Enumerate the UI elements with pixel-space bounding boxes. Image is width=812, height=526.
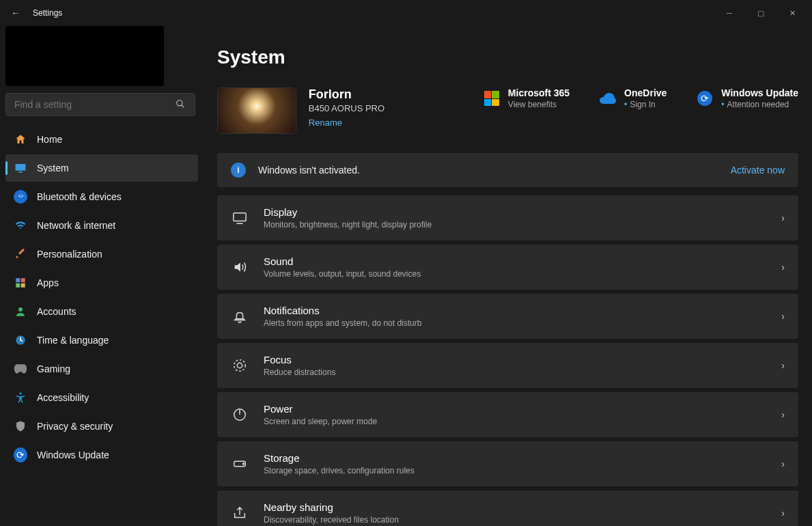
wifi-icon: [14, 219, 27, 232]
row-notifications[interactable]: Notifications Alerts from apps and syste…: [217, 294, 798, 339]
microsoft365-icon: [484, 90, 500, 107]
nav-label: Privacy & security: [37, 421, 113, 432]
sound-icon: [231, 258, 249, 276]
row-nearby-sharing[interactable]: Nearby sharing Discoverability, received…: [217, 490, 798, 526]
row-display[interactable]: Display Monitors, brightness, night ligh…: [217, 195, 798, 240]
tile-microsoft365[interactable]: Microsoft 365 View benefits: [484, 87, 570, 109]
chevron-right-icon: ›: [781, 311, 785, 322]
power-icon: [231, 406, 249, 424]
pc-name: Forlorn: [309, 87, 459, 102]
info-icon: i: [231, 163, 246, 178]
share-icon: [231, 504, 249, 522]
monitor-icon: [14, 161, 27, 175]
titlebar: ← Settings ─ ▢ ✕: [0, 0, 812, 26]
svg-rect-6: [16, 283, 20, 288]
person-icon: [14, 305, 27, 318]
minimize-button[interactable]: ─: [714, 2, 745, 24]
svg-rect-11: [234, 213, 246, 221]
search-input[interactable]: [6, 99, 166, 110]
close-button[interactable]: ✕: [776, 2, 808, 24]
chevron-right-icon: ›: [781, 212, 785, 223]
home-icon: [14, 133, 27, 146]
svg-point-13: [237, 363, 242, 368]
onedrive-icon: [600, 90, 616, 107]
tile-sub: •Sign In: [624, 100, 667, 109]
sidebar: Home System ⌔ Bluetooth & devices Networ…: [0, 26, 204, 526]
row-title: Nearby sharing: [264, 501, 774, 513]
display-icon: [231, 209, 249, 227]
nav-system[interactable]: System: [5, 154, 198, 182]
nav-privacy[interactable]: Privacy & security: [5, 413, 198, 440]
banner-text: Windows isn't activated.: [258, 165, 731, 176]
nav-apps[interactable]: Apps: [5, 269, 198, 296]
apps-icon: [14, 276, 27, 290]
chevron-right-icon: ›: [781, 360, 785, 371]
nav-label: Bluetooth & devices: [37, 191, 122, 202]
maximize-button[interactable]: ▢: [745, 2, 776, 24]
row-title: Notifications: [264, 305, 774, 316]
svg-line-1: [182, 105, 184, 107]
focus-icon: [231, 357, 249, 374]
window-title: Settings: [33, 8, 62, 18]
svg-point-10: [20, 393, 22, 395]
desktop-preview-thumbnail[interactable]: [217, 87, 296, 134]
main-content: System Forlorn B450 AORUS PRO Rename Mic…: [204, 26, 812, 526]
brush-icon: [14, 247, 27, 261]
nav-label: Personalization: [37, 249, 102, 260]
nav-label: Accessibility: [37, 392, 89, 403]
chevron-right-icon: ›: [781, 458, 785, 469]
search-icon[interactable]: [166, 99, 195, 111]
tile-title: Windows Update: [721, 87, 798, 98]
chevron-right-icon: ›: [781, 508, 785, 518]
tile-windows-update[interactable]: ⟳ Windows Update •Attention needed: [697, 87, 798, 109]
svg-rect-5: [21, 278, 25, 282]
nav-home[interactable]: Home: [5, 126, 198, 153]
nav-windows-update[interactable]: ⟳ Windows Update: [5, 441, 198, 469]
nav-time[interactable]: Time & language: [5, 327, 198, 354]
row-sub: Reduce distractions: [264, 368, 774, 377]
sync-icon: ⟳: [14, 448, 27, 462]
nav-network[interactable]: Network & internet: [5, 212, 198, 239]
nav-personalization[interactable]: Personalization: [5, 240, 198, 268]
nav-label: System: [37, 163, 69, 174]
nav: Home System ⌔ Bluetooth & devices Networ…: [5, 126, 198, 469]
nav-label: Network & internet: [37, 220, 115, 231]
row-sub: Screen and sleep, power mode: [264, 417, 774, 426]
account-card[interactable]: [5, 26, 164, 86]
back-icon[interactable]: ←: [11, 8, 20, 18]
svg-point-18: [243, 463, 244, 465]
nav-label: Windows Update: [37, 449, 109, 460]
nav-accessibility[interactable]: Accessibility: [5, 384, 198, 411]
tile-sub: •Attention needed: [721, 100, 798, 109]
row-title: Focus: [264, 354, 774, 365]
nav-bluetooth[interactable]: ⌔ Bluetooth & devices: [5, 183, 198, 210]
row-sub: Storage space, drives, configuration rul…: [264, 466, 774, 475]
nav-label: Time & language: [37, 335, 109, 346]
svg-rect-3: [18, 171, 23, 173]
svg-rect-4: [16, 278, 20, 282]
storage-icon: [231, 455, 249, 473]
activate-now-link[interactable]: Activate now: [731, 165, 785, 176]
row-sub: Monitors, brightness, night light, displ…: [264, 220, 774, 230]
search-field[interactable]: [5, 93, 195, 116]
svg-point-0: [177, 100, 182, 105]
shield-icon: [14, 419, 27, 433]
row-sound[interactable]: Sound Volume levels, output, input, soun…: [217, 245, 798, 290]
row-sub: Discoverability, received files location: [264, 515, 774, 525]
svg-rect-7: [21, 283, 25, 288]
windows-update-icon: ⟳: [697, 90, 713, 107]
svg-rect-2: [16, 164, 26, 171]
tile-onedrive[interactable]: OneDrive •Sign In: [600, 87, 667, 109]
row-power[interactable]: Power Screen and sleep, power mode ›: [217, 392, 798, 437]
rename-link[interactable]: Rename: [309, 117, 342, 128]
row-title: Sound: [264, 255, 774, 267]
gamepad-icon: [14, 362, 27, 376]
svg-point-8: [18, 307, 23, 312]
row-focus[interactable]: Focus Reduce distractions ›: [217, 343, 798, 388]
row-sub: Volume levels, output, input, sound devi…: [264, 269, 774, 279]
row-storage[interactable]: Storage Storage space, drives, configura…: [217, 441, 798, 486]
nav-accounts[interactable]: Accounts: [5, 298, 198, 325]
bell-icon: [231, 307, 249, 325]
tile-title: OneDrive: [624, 87, 667, 98]
nav-gaming[interactable]: Gaming: [5, 355, 198, 383]
